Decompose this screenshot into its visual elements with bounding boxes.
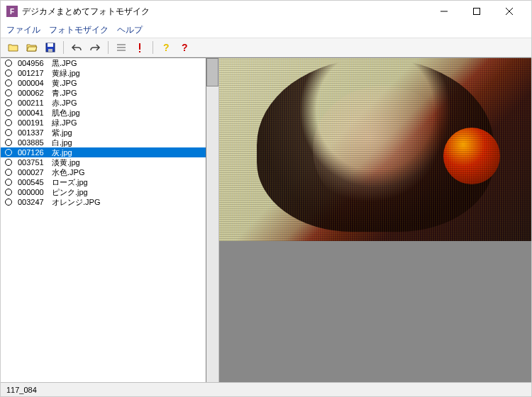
execute-button[interactable] — [133, 40, 147, 55]
file-number: 000545 — [18, 178, 52, 186]
file-name: ピンク.jpg — [52, 187, 206, 198]
file-number: 004956 — [18, 59, 52, 67]
file-list-row[interactable]: 004956黒.JPG — [1, 58, 206, 68]
file-list-row[interactable]: 007126灰.jpg — [1, 147, 206, 157]
file-list-row[interactable]: 003885白.jpg — [1, 138, 206, 147]
help-button[interactable]: ? — [159, 40, 173, 55]
open-folder-button[interactable] — [6, 40, 21, 55]
file-number: 000027 — [18, 168, 52, 177]
file-name: ローズ.jpg — [52, 177, 206, 188]
file-name: 黒.JPG — [52, 58, 206, 69]
file-number: 003751 — [18, 158, 52, 167]
status-circle-icon — [5, 198, 12, 206]
file-list-pane[interactable]: 004956黒.JPG001217黄緑.jpg000004黄.JPG000062… — [1, 58, 206, 382]
title-bar: F デジカメまとめてフォトモザイク — [1, 1, 531, 22]
app-window: F デジカメまとめてフォトモザイク ファイル フォトモザイク ヘルプ — [0, 0, 532, 397]
toolbar-separator — [63, 41, 64, 54]
open-file-button[interactable] — [25, 40, 39, 55]
status-circle-icon — [5, 99, 12, 106]
preview-pane — [206, 58, 531, 382]
status-bar: 117_084 — [1, 382, 531, 396]
scrollbar-thumb[interactable] — [206, 58, 218, 86]
status-circle-icon — [5, 109, 12, 116]
file-list-row[interactable]: 001217黄緑.jpg — [1, 68, 206, 78]
svg-rect-5 — [48, 43, 53, 47]
file-number: 003885 — [18, 138, 52, 147]
status-circle-icon — [5, 89, 12, 96]
file-list-row[interactable]: 000191緑.JPG — [1, 118, 206, 128]
status-circle-icon — [5, 69, 12, 77]
file-name: オレンジ.JPG — [52, 197, 206, 208]
toolbar: ? ? — [1, 38, 531, 57]
status-circle-icon — [5, 189, 12, 196]
svg-rect-1 — [474, 9, 480, 15]
file-name: 灰.jpg — [52, 147, 206, 158]
status-text: 117_084 — [6, 386, 37, 394]
preview-area — [219, 58, 531, 382]
file-name: 緑.JPG — [52, 118, 206, 128]
vertical-scrollbar[interactable] — [206, 58, 219, 382]
file-number: 000191 — [18, 118, 52, 127]
file-number: 000004 — [18, 79, 52, 87]
file-number: 001217 — [18, 69, 52, 77]
file-list-row[interactable]: 003751淡黄.jpg — [1, 157, 206, 167]
file-name: 水色.JPG — [52, 167, 206, 178]
status-circle-icon — [5, 149, 12, 156]
status-circle-icon — [5, 129, 12, 136]
content-area: 004956黒.JPG001217黄緑.jpg000004黄.JPG000062… — [1, 57, 531, 382]
file-number: 000062 — [18, 89, 52, 97]
file-name: 白.jpg — [52, 138, 206, 148]
about-button[interactable]: ? — [177, 40, 192, 55]
file-list-row[interactable]: 000004黄.JPG — [1, 78, 206, 88]
svg-rect-11 — [139, 51, 140, 52]
status-circle-icon — [5, 179, 12, 186]
status-circle-icon — [5, 79, 12, 86]
menu-bar: ファイル フォトモザイク ヘルプ — [1, 22, 531, 38]
mosaic-preview-image — [219, 58, 531, 241]
file-list-row[interactable]: 001337紫.jpg — [1, 128, 206, 138]
list-button[interactable] — [114, 40, 128, 55]
file-name: 青.JPG — [52, 88, 206, 99]
minimize-button[interactable] — [428, 1, 460, 22]
svg-text:?: ? — [163, 43, 170, 52]
svg-rect-6 — [48, 49, 52, 52]
file-name: 黄緑.jpg — [52, 68, 206, 79]
toolbar-separator — [153, 41, 153, 54]
redo-button[interactable] — [88, 40, 102, 55]
status-circle-icon — [5, 119, 12, 126]
app-icon: F — [6, 6, 18, 17]
status-circle-icon — [5, 159, 12, 166]
file-name: 紫.jpg — [52, 128, 206, 138]
file-list-row[interactable]: 000041肌色.jpg — [1, 108, 206, 118]
status-circle-icon — [5, 60, 12, 67]
toolbar-separator — [108, 41, 109, 54]
svg-rect-10 — [139, 43, 140, 50]
file-list-row[interactable]: 000027水色.JPG — [1, 167, 206, 177]
status-circle-icon — [5, 169, 12, 176]
file-list-row[interactable]: 000000ピンク.jpg — [1, 187, 206, 197]
menu-help[interactable]: ヘルプ — [117, 24, 143, 36]
file-number: 003247 — [18, 198, 52, 206]
undo-button[interactable] — [70, 40, 84, 55]
file-name: 肌色.jpg — [52, 108, 206, 118]
file-number: 007126 — [18, 148, 52, 157]
window-title: デジカメまとめてフォトモザイク — [22, 6, 428, 18]
menu-file[interactable]: ファイル — [6, 24, 40, 36]
file-number: 001337 — [18, 128, 52, 137]
file-name: 黄.JPG — [52, 78, 206, 89]
file-list-row[interactable]: 000062青.JPG — [1, 88, 206, 98]
window-controls — [428, 1, 526, 22]
file-name: 赤.JPG — [52, 98, 206, 108]
file-list-row[interactable]: 000545ローズ.jpg — [1, 177, 206, 187]
save-button[interactable] — [43, 40, 57, 55]
file-list-row[interactable]: 003247オレンジ.JPG — [1, 197, 206, 207]
maximize-button[interactable] — [460, 1, 493, 22]
file-number: 000000 — [18, 188, 52, 196]
svg-text:?: ? — [182, 43, 188, 52]
file-number: 000041 — [18, 108, 52, 117]
menu-photomosaic[interactable]: フォトモザイク — [49, 24, 109, 36]
file-list-row[interactable]: 000211赤.JPG — [1, 98, 206, 108]
file-name: 淡黄.jpg — [52, 157, 206, 168]
close-button[interactable] — [493, 1, 526, 22]
file-number: 000211 — [18, 99, 52, 107]
